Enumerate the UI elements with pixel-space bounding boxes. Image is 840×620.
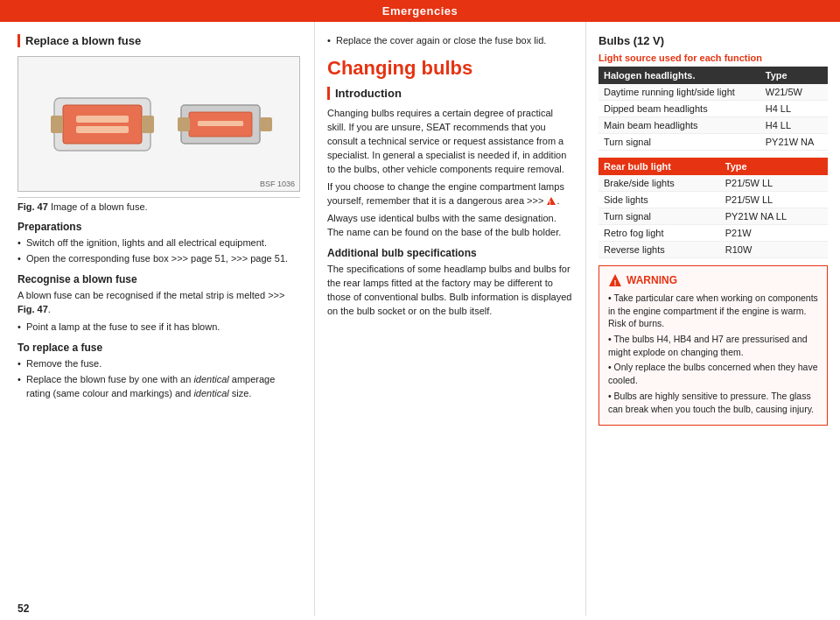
bulbs-title: Bulbs (12 V) xyxy=(598,34,828,47)
left-column: Replace a blown fuse xyxy=(0,22,315,616)
table-row: Turn signalPY21W NA xyxy=(598,134,828,151)
warning-icon: ! xyxy=(608,273,622,287)
rear-cell-type: P21/5W LL xyxy=(720,175,828,192)
halogen-table: Halogen headlights. Type Daytime running… xyxy=(598,67,828,151)
fig-caption-text: Image of a blown fuse. xyxy=(48,201,148,212)
intro-para2: If you choose to change the engine compa… xyxy=(327,180,573,208)
table-row: Reverse lightsR10W xyxy=(598,242,828,258)
recognise-bullet: Point a lamp at the fuse to see if it ha… xyxy=(18,321,300,335)
svg-rect-3 xyxy=(142,116,154,133)
section-title: Replace a blown fuse xyxy=(18,34,300,47)
table-row: Dipped beam headlightsH4 LL xyxy=(598,101,828,117)
rear-header-2: Type xyxy=(720,158,828,175)
content-area: Replace a blown fuse xyxy=(0,22,840,616)
top-bar-label: Emergencies xyxy=(382,4,458,18)
fuse-svg xyxy=(46,72,273,177)
svg-rect-5 xyxy=(76,126,129,133)
warning-bullets-container: • Take particular care when working on c… xyxy=(608,292,818,415)
warning-bullet: • The bulbs H4, HB4 and H7 are pressuris… xyxy=(608,333,818,358)
table-row: Retro fog lightP21W xyxy=(598,225,828,242)
replace-bullet-2: Replace the blown fuse by one with an id… xyxy=(18,373,300,401)
halogen-header-1: Halogen headlights. xyxy=(598,67,760,84)
intro-title: Introduction xyxy=(327,87,573,100)
add-spec-title: Additional bulb specifications xyxy=(327,247,573,259)
halogen-cell-type: PY21W NA xyxy=(760,134,828,151)
fig-caption: Fig. 47 Image of a blown fuse. xyxy=(18,197,300,212)
warning-bullet: • Take particular care when working on c… xyxy=(608,292,818,330)
halogen-cell-name: Daytime running light/side light xyxy=(598,84,760,101)
table-row: Turn signalPY21W NA LL xyxy=(598,208,828,225)
right-column: Bulbs (12 V) Light source used for each … xyxy=(586,22,840,616)
cover-bullet: Replace the cover again or close the fus… xyxy=(327,34,573,48)
warning-triangle-inline xyxy=(547,197,556,205)
fig-caption-bold: Fig. 47 xyxy=(18,201,48,212)
svg-rect-9 xyxy=(260,117,272,131)
intro-para3: Always use identical bulbs with the same… xyxy=(327,212,573,240)
table-row: Side lightsP21/5W LL xyxy=(598,192,828,208)
to-replace-title: To replace a fuse xyxy=(18,342,300,354)
recognise-title: Recognise a blown fuse xyxy=(18,273,300,285)
replace-bullet-1: Remove the fuse. xyxy=(18,357,300,371)
table-row: Daytime running light/side lightW21/5W xyxy=(598,84,828,101)
svg-rect-4 xyxy=(76,116,129,123)
halogen-cell-name: Turn signal xyxy=(598,134,760,151)
halogen-cell-type: H4 LL xyxy=(760,117,828,134)
top-bar: Emergencies xyxy=(0,0,840,22)
prep-bullet-2: Open the corresponding fuse box >>> page… xyxy=(18,252,300,266)
image-ref: BSF 1036 xyxy=(260,180,295,188)
recognise-body: A blown fuse can be recognised if the me… xyxy=(18,289,300,317)
rear-cell-name: Turn signal xyxy=(598,208,720,225)
table-row: Main beam headlightsH4 LL xyxy=(598,117,828,134)
rear-cell-type: PY21W NA LL xyxy=(720,208,828,225)
rear-cell-name: Retro fog light xyxy=(598,225,720,242)
rear-cell-type: P21/5W LL xyxy=(720,192,828,208)
halogen-cell-name: Main beam headlights xyxy=(598,117,760,134)
rear-cell-type: P21W xyxy=(720,225,828,242)
rear-table: Rear bulb light Type Brake/side lightsP2… xyxy=(598,158,828,258)
rear-cell-name: Brake/side lights xyxy=(598,175,720,192)
svg-rect-2 xyxy=(51,116,63,133)
fuse-image-box: BSF 1036 xyxy=(18,56,300,192)
preparations-title: Preparations xyxy=(18,221,300,233)
rear-cell-type: R10W xyxy=(720,242,828,258)
warning-bullet: • Bulbs are highly sensitive to pressure… xyxy=(608,390,818,415)
page-wrapper: Emergencies Replace a blown fuse xyxy=(0,0,840,620)
svg-rect-8 xyxy=(178,117,190,131)
rear-cell-name: Side lights xyxy=(598,192,720,208)
halogen-cell-name: Dipped beam headlights xyxy=(598,101,760,117)
table-row: Brake/side lightsP21/5W LL xyxy=(598,175,828,192)
warning-box: ! WARNING • Take particular care when wo… xyxy=(598,265,828,426)
fig47-link[interactable]: Fig. 47 xyxy=(18,304,48,314)
svg-text:!: ! xyxy=(614,278,617,287)
warning-bullet: • Only replace the bulbs concerned when … xyxy=(608,361,818,386)
halogen-cell-type: H4 LL xyxy=(760,101,828,117)
svg-rect-1 xyxy=(63,105,142,144)
halogen-header-2: Type xyxy=(760,67,828,84)
rear-cell-name: Reverse lights xyxy=(598,242,720,258)
mid-column: Replace the cover again or close the fus… xyxy=(315,22,586,616)
intro-para1: Changing bulbs requires a certain degree… xyxy=(327,107,573,177)
halogen-cell-type: W21/5W xyxy=(760,84,828,101)
add-spec-body: The specifications of some headlamp bulb… xyxy=(327,263,573,319)
rear-header-1: Rear bulb light xyxy=(598,158,720,175)
prep-bullet-1: Switch off the ignition, lights and all … xyxy=(18,236,300,250)
warning-title: ! WARNING xyxy=(608,273,818,287)
light-source-label: Light source used for each function xyxy=(598,53,828,63)
svg-rect-10 xyxy=(198,121,243,126)
page-number: 52 xyxy=(18,602,29,615)
changing-bulbs-title: Changing bulbs xyxy=(327,57,573,80)
